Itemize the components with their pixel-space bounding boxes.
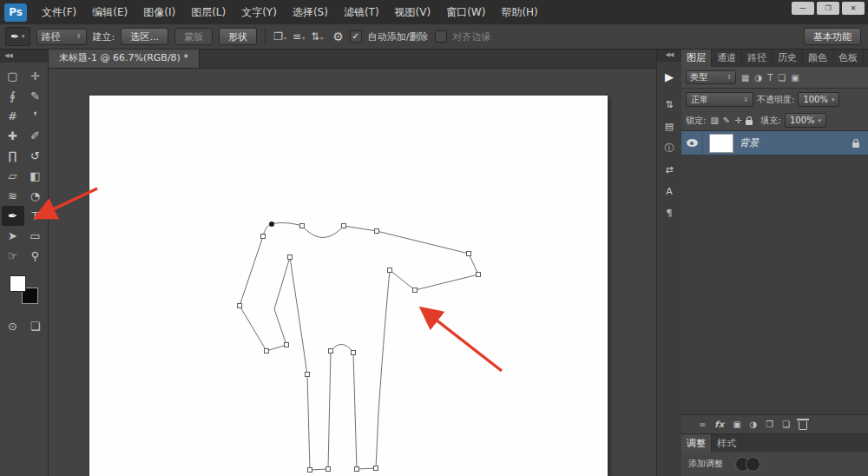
document-tab[interactable]: 未标题-1 @ 66.7%(RGB/8) * <box>49 49 200 68</box>
path-selection-tool[interactable]: ➤ <box>2 226 24 246</box>
mini-bridge-panel-icon[interactable]: ⇄ <box>657 159 681 181</box>
lock-transparency-icon[interactable]: ▨ <box>710 116 718 125</box>
actions-panel-icon[interactable]: ▶ <box>657 66 681 88</box>
filter-adjustment-layers-icon[interactable]: ◑ <box>754 73 762 83</box>
layer-row-background[interactable]: 背景 <box>681 131 868 155</box>
clone-stamp-tool[interactable]: ∏ <box>2 146 24 166</box>
histogram-panel-icon[interactable]: ▤ <box>657 116 681 137</box>
gear-icon[interactable]: ⚙ <box>332 30 344 43</box>
layer-filter-kind-value: 类型 <box>690 71 707 83</box>
properties-panel-icon[interactable]: ⇅ <box>657 94 681 116</box>
tab-history[interactable]: 历史 <box>773 49 803 67</box>
updown-arrow-icon: ⇕ <box>743 96 748 103</box>
menubar-item-8[interactable]: 视图(V) <box>387 0 439 24</box>
fill-select[interactable]: 100% ▾ <box>785 113 826 128</box>
move-tool[interactable]: ✛ <box>24 66 47 86</box>
blend-mode-select[interactable]: 正常 ⇕ <box>686 92 753 107</box>
restore-button[interactable]: ❐ <box>817 2 839 15</box>
lasso-tool[interactable]: ∮ <box>2 86 24 106</box>
layers-list-empty-area[interactable] <box>681 155 868 414</box>
menubar-item-2[interactable]: 编辑(E) <box>84 0 135 24</box>
crop-tool[interactable]: # <box>2 106 24 126</box>
make-selection-button[interactable]: 选区… <box>121 28 168 45</box>
menubar-item-4[interactable]: 图层(L) <box>183 0 233 24</box>
new-adjustment-layer-icon[interactable]: ◑ <box>750 420 758 429</box>
menubar-item-10[interactable]: 帮助(H) <box>493 0 545 24</box>
path-alignment-icon[interactable]: ≡▾ <box>293 30 305 43</box>
rectangular-marquee-tool[interactable]: ▢ <box>2 66 24 86</box>
quick-selection-tool[interactable]: ✎ <box>24 86 47 106</box>
history-brush-tool[interactable]: ↺ <box>24 146 47 166</box>
tab-channels[interactable]: 通道 <box>712 49 742 67</box>
auto-add-checkbox[interactable]: ✓ <box>350 30 362 43</box>
tab-swatches[interactable]: 色板 <box>833 49 864 67</box>
spot-healing-brush-tool[interactable]: ✚ <box>2 126 24 146</box>
blur-tool[interactable]: ≋ <box>2 186 24 206</box>
quick-mask-button[interactable]: ⊙ <box>2 316 24 336</box>
link-layers-icon[interactable]: ∞ <box>699 420 706 429</box>
info-panel-icon[interactable]: ⓘ <box>657 137 681 159</box>
tab-color[interactable]: 颜色 <box>803 49 833 67</box>
tool-preset-dropdown[interactable]: ✒ ▾ <box>5 27 30 46</box>
toolbar-collapse-button[interactable]: ◀◀ <box>0 50 48 63</box>
add-layer-mask-icon[interactable]: ▣ <box>733 420 740 429</box>
dropdown-arrow-icon: ▾ <box>320 35 323 41</box>
path-operations-icon-glyph: ❐ <box>273 30 283 43</box>
menubar-item-6[interactable]: 选择(S) <box>285 0 336 24</box>
pen-tool[interactable]: ✒ <box>2 206 24 226</box>
eraser-tool[interactable]: ▱ <box>2 166 24 186</box>
filter-pixel-layers-icon[interactable]: ▦ <box>741 73 749 83</box>
make-shape-button[interactable]: 形状 <box>219 28 257 45</box>
filter-smart-objects-icon[interactable]: ▣ <box>791 73 799 83</box>
make-mask-button[interactable]: 蒙版 <box>174 28 213 45</box>
lock-position-icon[interactable]: ✛ <box>734 116 741 125</box>
layer-thumbnail[interactable] <box>709 134 733 153</box>
menubar-item-9[interactable]: 窗口(W) <box>438 0 493 24</box>
foreground-color-swatch[interactable] <box>10 275 26 292</box>
gradient-tool[interactable]: ◧ <box>24 166 47 186</box>
character-panel-icon[interactable]: A <box>657 181 681 202</box>
layer-style-icon[interactable]: fx <box>714 420 724 429</box>
dodge-tool[interactable]: ◔ <box>24 186 47 206</box>
menubar-item-5[interactable]: 文字(Y) <box>233 0 285 24</box>
lock-label: 锁定: <box>686 115 706 127</box>
lock-image-icon[interactable]: ✎ <box>723 116 730 125</box>
path-operations-icon[interactable]: ❐▾ <box>273 30 286 43</box>
canvas[interactable] <box>89 96 608 476</box>
brush-tool[interactable]: ✐ <box>24 126 47 146</box>
lock-all-icon[interactable] <box>746 120 753 125</box>
hand-tool[interactable]: ☞ <box>2 246 24 266</box>
tab-paths[interactable]: 路径 <box>742 49 773 67</box>
menubar-item-3[interactable]: 图像(I) <box>135 0 183 24</box>
layer-visibility-toggle[interactable] <box>681 131 703 155</box>
eyedropper-tool[interactable]: ❜ <box>24 106 47 126</box>
menubar-item-7[interactable]: 滤镜(T) <box>336 0 387 24</box>
zoom-tool[interactable]: ⚲ <box>24 246 47 266</box>
new-layer-icon[interactable]: ❏ <box>782 420 790 429</box>
close-button[interactable]: ✕ <box>842 2 865 15</box>
menubar-item-1[interactable]: 文件(F) <box>34 0 84 24</box>
tab-layers[interactable]: 图层 <box>681 49 712 67</box>
new-group-icon[interactable]: ❒ <box>766 420 773 429</box>
options-bar: ✒ ▾ 路径 ⇕ 建立: 选区… 蒙版 形状 ❐▾≡▾⇅▾ ⚙ ✓ 自动添加/删… <box>0 24 868 50</box>
adjustment-preset-icon-2[interactable] <box>746 457 760 472</box>
tab-styles[interactable]: 样式 <box>712 434 742 452</box>
paragraph-panel-icon[interactable]: ¶ <box>657 202 681 224</box>
layer-filter-kind-select[interactable]: 类型 ⇕ <box>686 70 736 84</box>
eye-icon <box>687 139 698 147</box>
dock-expand-button[interactable]: ◀◀ <box>657 49 681 62</box>
align-edges-checkbox[interactable] <box>435 30 447 43</box>
screen-mode-button[interactable]: ❏ <box>24 316 47 336</box>
type-tool[interactable]: T <box>24 206 47 226</box>
path-arrangement-icon[interactable]: ⇅▾ <box>311 30 323 43</box>
minimize-button[interactable]: — <box>792 2 814 15</box>
delete-layer-icon[interactable] <box>799 421 807 430</box>
filter-shape-layers-icon[interactable]: ❏ <box>778 73 786 83</box>
tab-adjustments[interactable]: 调整 <box>681 434 712 452</box>
tool-mode-select[interactable]: 路径 ⇕ <box>36 29 87 45</box>
rectangle-tool[interactable]: ▭ <box>24 226 47 246</box>
workspace-switcher-button[interactable]: 基本功能 <box>804 28 861 45</box>
filter-type-layers-icon[interactable]: T <box>767 73 773 83</box>
pasteboard[interactable] <box>49 69 656 476</box>
opacity-select[interactable]: 100% ▾ <box>798 92 839 107</box>
